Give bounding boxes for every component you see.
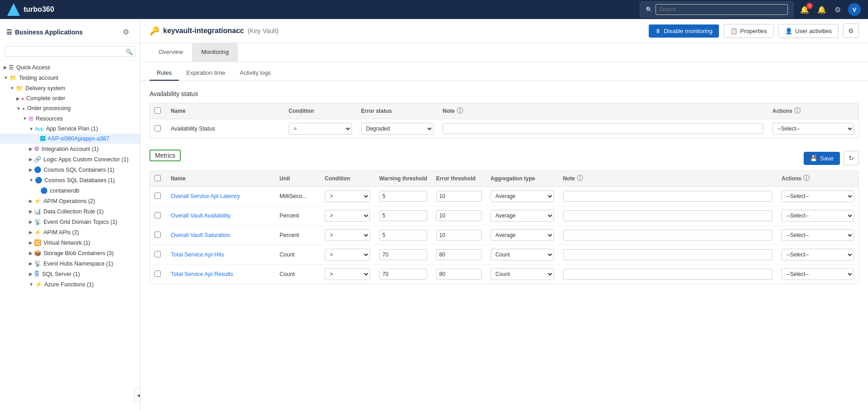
sidebar-item-storage-blob[interactable]: ▶ 📦 Storage Blob Containers (3) <box>0 248 140 258</box>
sidebar-item-integration-account[interactable]: ▶ ⚙ Integration Account (1) <box>0 144 140 154</box>
metrics-note-input-1[interactable] <box>563 210 772 221</box>
metrics-row-checkbox-4[interactable] <box>154 271 161 277</box>
more-options-button[interactable]: ⚙ <box>843 24 859 38</box>
sidebar-collapse-button[interactable]: ◀ <box>134 388 140 402</box>
metrics-warn-input-2[interactable] <box>379 230 427 241</box>
metrics-note-input-2[interactable] <box>563 230 772 241</box>
action-select-0[interactable]: --Select-- Alert Disable <box>772 123 854 135</box>
condition-select-0[interactable]: = > < <box>289 123 352 135</box>
metrics-warn-input-0[interactable] <box>379 191 427 202</box>
sidebar-item-cosmos-databases[interactable]: ▼ 🔵 Cosmos SQL Databases (1) <box>0 175 140 185</box>
select-all-availability[interactable] <box>154 107 161 114</box>
metrics-note-input-4[interactable] <box>563 269 772 280</box>
disable-monitoring-button[interactable]: ⏸ Disable monitoring <box>649 24 719 38</box>
metrics-agg-select-2[interactable]: AverageCountMaximumMinimumTotal <box>491 229 554 241</box>
metrics-agg-select-4[interactable]: AverageCountMaximumMinimumTotal <box>491 268 554 280</box>
metrics-agg-select-0[interactable]: AverageCountMaximumMinimumTotal <box>491 190 554 202</box>
user-avatar[interactable]: V <box>848 3 861 16</box>
sidebar-item-order-processing[interactable]: ▼ ● Order processing <box>0 103 140 113</box>
sub-tab-expiration[interactable]: Expiration time <box>179 66 232 81</box>
metrics-agg-select-3[interactable]: AverageCountMaximumMinimumTotal <box>491 249 554 261</box>
select-all-metrics[interactable] <box>154 175 161 181</box>
sidebar-item-complete-order[interactable]: ▶ ● Complete order <box>0 93 140 103</box>
metrics-err-input-2[interactable] <box>436 230 482 241</box>
metrics-action-select-3[interactable]: --Select-- Alert Disable <box>781 249 854 261</box>
sidebar-item-logic-apps[interactable]: ▶ 🔗 Logic Apps Custom Connector (1) <box>0 154 140 164</box>
metrics-action-select-2[interactable]: --Select-- Alert Disable <box>781 229 854 241</box>
metrics-row-name-1[interactable]: Overall Vault Availability <box>171 213 231 219</box>
metrics-err-input-1[interactable] <box>436 210 482 221</box>
metrics-action-select-1[interactable]: --Select-- Alert Disable <box>781 210 854 222</box>
sidebar-item-testing-account[interactable]: ▼ 📁 Testing account <box>0 73 140 83</box>
sidebar-item-containerdb[interactable]: ▶ 🔵 containerdb <box>0 185 140 196</box>
sidebar-search-bar[interactable]: 🔍 <box>0 44 140 60</box>
metrics-warn-input-4[interactable] <box>379 269 427 280</box>
sidebar-item-azure-functions[interactable]: ▼ ⚡ Azure Functions (1) <box>0 279 140 290</box>
sidebar-item-data-collection[interactable]: ▶ 📊 Data Collection Rule (1) <box>0 206 140 217</box>
error-status-select-0[interactable]: Degraded Critical Warning Unknown <box>361 123 434 135</box>
metrics-condition-select-0[interactable]: ><=>=<= <box>325 190 370 202</box>
metrics-row-checkbox-0[interactable] <box>154 193 161 199</box>
sidebar-item-virtual-network[interactable]: ▶ 🔀 Virtual Network (1) <box>0 237 140 248</box>
sidebar-item-cosmos-containers[interactable]: ▶ 🔵 Cosmos SQL Containers (1) <box>0 164 140 175</box>
logo-icon <box>7 3 20 16</box>
tab-monitoring[interactable]: Monitoring <box>192 43 238 62</box>
metrics-row-name-2[interactable]: Overall Vault Saturation <box>171 232 230 238</box>
metrics-row-name-0[interactable]: Overall Service Api Latency <box>171 193 240 199</box>
metrics-row-name-3[interactable]: Total Service Api Hits <box>171 251 224 258</box>
sidebar-item-event-hubs[interactable]: ▶ 📡 Event Hubs Namespace (1) <box>0 258 140 269</box>
metrics-condition-select-3[interactable]: ><=>=<= <box>325 249 370 261</box>
metrics-note-input-3[interactable] <box>563 249 772 260</box>
sidebar-item-event-grid[interactable]: ▶ 📡 Event Grid Domain Topics (1) <box>0 217 140 227</box>
refresh-button[interactable]: ↻ <box>844 151 859 165</box>
sidebar-item-delivery-system[interactable]: ▼ 📁 Delivery system <box>0 83 140 93</box>
search-input[interactable] <box>656 4 788 15</box>
tab-overview[interactable]: Overview <box>149 43 192 62</box>
sidebar-item-app-service-plan[interactable]: ▼ App App Service Plan (1) <box>0 124 140 134</box>
metrics-action-select-4[interactable]: --Select-- Alert Disable <box>781 268 854 280</box>
metrics-err-input-0[interactable] <box>436 191 482 202</box>
actions-info-icon[interactable]: ⓘ <box>794 107 800 115</box>
metrics-warn-input-3[interactable] <box>379 249 427 260</box>
metrics-err-input-3[interactable] <box>436 249 482 260</box>
search-bar[interactable]: 🔍 <box>640 1 794 18</box>
metrics-condition-select-4[interactable]: ><=>=<= <box>325 268 370 280</box>
user-activities-button[interactable]: 👤 User activities <box>778 24 839 38</box>
sidebar-item-label: Testing account <box>19 75 58 81</box>
metrics-note-input-0[interactable] <box>563 191 772 202</box>
metrics-condition-select-1[interactable]: ><=>=<= <box>325 210 370 222</box>
metrics-warn-input-1[interactable] <box>379 210 427 221</box>
metrics-agg-select-1[interactable]: AverageCountMaximumMinimumTotal <box>491 210 554 222</box>
m-actions-info-icon[interactable]: ⓘ <box>803 174 810 183</box>
metrics-row-checkbox-1[interactable] <box>154 212 161 218</box>
sidebar-settings-button[interactable]: ⚙ <box>118 24 134 39</box>
sub-tab-activity-logs[interactable]: Activity logs <box>232 66 278 81</box>
metrics-action-select-0[interactable]: --Select-- Alert Disable <box>781 190 854 202</box>
sidebar-item-apim-operations[interactable]: ▶ ⚡ APIM Operations (2) <box>0 196 140 206</box>
sidebar-item-sql-server[interactable]: ▶ 🗄 SQL Server (1) <box>0 269 140 279</box>
sidebar-item-apim-apis[interactable]: ▶ ⚡ APIM APIs (2) <box>0 227 140 237</box>
th-name: Name <box>166 103 284 119</box>
sub-tab-rules[interactable]: Rules <box>149 66 179 81</box>
metrics-row-name-4[interactable]: Total Service Api Results <box>171 271 233 277</box>
alerts-button[interactable]: 🔔 <box>816 5 827 15</box>
settings-button[interactable]: ⚙ <box>834 5 842 15</box>
sidebar-item-label: Virtual Network (1) <box>43 240 90 246</box>
properties-button[interactable]: 📋 Properties <box>723 24 774 38</box>
metrics-row-checkbox-3[interactable] <box>154 251 161 257</box>
note-info-icon[interactable]: ⓘ <box>457 107 463 115</box>
save-button[interactable]: 💾 Save <box>804 152 840 165</box>
th-m-warning: Warning threshold <box>375 171 432 187</box>
metrics-row-checkbox-2[interactable] <box>154 232 161 238</box>
metrics-condition-select-2[interactable]: ><=>=<= <box>325 229 370 241</box>
note-input-0[interactable] <box>443 123 763 134</box>
sidebar-search-input[interactable] <box>5 46 135 57</box>
sidebar-item-resources[interactable]: ▼ ⊞ Resources <box>0 113 140 124</box>
sidebar-item-quick-access[interactable]: ▶ ☰ Quick Access <box>0 62 140 73</box>
m-note-info-icon[interactable]: ⓘ <box>577 174 583 183</box>
row-checkbox-0[interactable] <box>154 125 161 131</box>
notifications-button[interactable]: 🔔 3 <box>799 5 810 15</box>
metrics-err-input-4[interactable] <box>436 269 482 280</box>
th-note: Note ⓘ <box>438 103 768 119</box>
sidebar-item-asp[interactable]: ▶ 🅰 ASP-sl360Apiapps-a387 <box>0 134 140 144</box>
